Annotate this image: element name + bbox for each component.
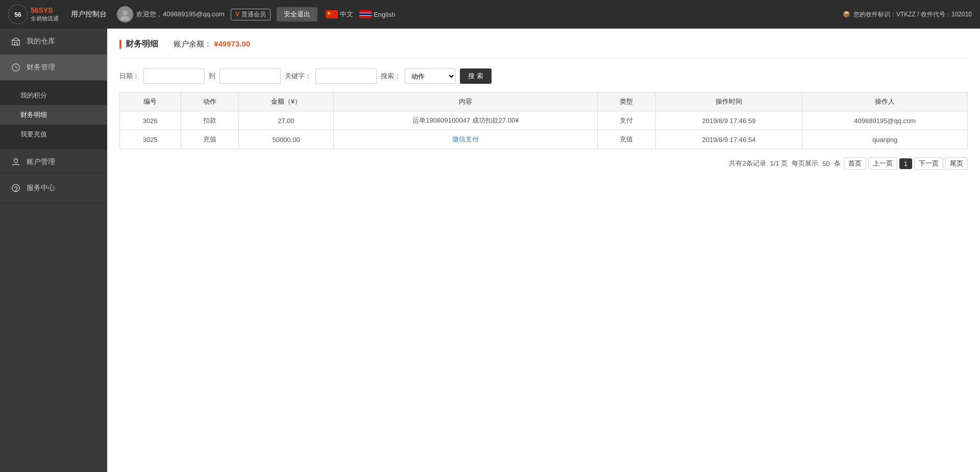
date-separator: 到: [209, 72, 215, 81]
col-id: 编号: [120, 92, 181, 111]
sidebar: 我的仓库 财务管理 我的积分 财务明细 我要充值: [0, 29, 107, 472]
cell-time: 2019/8/9 17:46:54: [655, 130, 802, 149]
prev-page-button[interactable]: 上一页: [868, 157, 897, 170]
balance-value: ¥49973.00: [214, 39, 250, 48]
date-label: 日期：: [119, 72, 139, 81]
svg-text:56: 56: [14, 11, 21, 18]
page-indicator: 1/1 页: [770, 159, 788, 168]
svg-point-9: [15, 191, 16, 191]
total-records: 共有2条记录: [729, 159, 766, 168]
table-row: 3025充值50000.00微信支付充值2019/8/9 17:46:54qua…: [120, 130, 968, 149]
avatar: [117, 6, 133, 22]
current-page-button[interactable]: 1: [899, 158, 912, 169]
sidebar-label-service: 服务中心: [27, 183, 55, 193]
sidebar-item-account[interactable]: 账户管理: [0, 149, 107, 175]
col-type: 类型: [598, 92, 655, 111]
search-type-select[interactable]: 动作 内容 类型 操作人: [405, 68, 456, 84]
welcome-text: 欢迎您，409889195@qq.com: [136, 10, 225, 19]
svg-point-2: [122, 10, 128, 16]
col-amount: 金额（¥）: [238, 92, 334, 111]
cell-amount: 50000.00: [238, 130, 334, 149]
cell-operator: quanjing: [802, 130, 968, 149]
service-icon: [10, 182, 21, 194]
language-area: 中文 English: [326, 10, 402, 19]
top-navigation: 56 56SYS 全易物流通 用户控制台 欢迎您，409889195@qq.co…: [0, 0, 980, 29]
col-content: 内容: [334, 92, 598, 111]
logo-subtext: 全易物流通: [31, 15, 59, 22]
page-header: 财务明细 账户余额： ¥49973.00: [119, 39, 968, 58]
first-page-button[interactable]: 首页: [844, 157, 866, 170]
per-page-label: 每页展示: [792, 159, 818, 168]
logo-area: 56 56SYS 全易物流通: [8, 5, 59, 24]
table-header-row: 编号 动作 金额（¥） 内容 类型 操作时间 操作人: [120, 92, 968, 111]
sidebar-item-warehouse[interactable]: 我的仓库: [0, 29, 107, 55]
cell-content[interactable]: 微信支付: [334, 130, 598, 149]
main-content: 财务明细 账户余额： ¥49973.00 日期： 到 关键字： 搜索： 动作 内…: [107, 29, 980, 472]
sidebar-item-finance[interactable]: 财务管理: [0, 55, 107, 81]
keyword-input[interactable]: [315, 68, 377, 84]
user-control-label: 用户控制台: [71, 10, 107, 19]
finance-icon: [10, 62, 21, 73]
col-time: 操作时间: [655, 92, 802, 111]
col-action: 动作: [181, 92, 238, 111]
search-bar: 日期： 到 关键字： 搜索： 动作 内容 类型 操作人 搜 索: [119, 68, 968, 84]
flag-th-icon: [359, 10, 372, 18]
logo-icon: 56: [8, 5, 28, 24]
col-operator: 操作人: [802, 92, 968, 111]
cell-action: 扣款: [181, 111, 238, 130]
balance-info: 账户余额： ¥49973.00: [174, 39, 250, 49]
sidebar-label-account: 账户管理: [27, 157, 55, 167]
cell-id: 3026: [120, 111, 181, 130]
finance-table: 编号 动作 金额（¥） 内容 类型 操作时间 操作人 3026扣款27.00运单…: [119, 92, 968, 149]
sidebar-label-finance: 财务管理: [27, 63, 55, 72]
cell-action: 充值: [181, 130, 238, 149]
svg-rect-4: [12, 40, 19, 45]
sidebar-sub-recharge[interactable]: 我要充值: [0, 125, 107, 144]
svg-point-7: [14, 159, 17, 162]
balance-label: 账户余额：: [174, 39, 212, 48]
sidebar-sub-points[interactable]: 我的积分: [0, 86, 107, 105]
sidebar-sub-finance: 我的积分 财务明细 我要充值: [0, 81, 107, 149]
layout: 我的仓库 财务管理 我的积分 财务明细 我要充值: [0, 0, 980, 472]
search-type-label: 搜索：: [381, 72, 401, 81]
date-end-input[interactable]: [219, 68, 281, 84]
sidebar-label-warehouse: 我的仓库: [27, 37, 55, 46]
search-button[interactable]: 搜 索: [460, 68, 492, 84]
last-page-button[interactable]: 尾页: [945, 157, 968, 170]
pagination-bar: 共有2条记录 1/1 页 每页展示 50 条 首页 上一页 1 下一页 尾页: [119, 157, 968, 170]
lang-zh-item[interactable]: 中文: [326, 10, 353, 19]
cell-amount: 27.00: [238, 111, 334, 130]
member-badge: V 普通会员: [231, 9, 271, 20]
account-icon: [10, 156, 21, 168]
keyword-label: 关键字：: [285, 72, 311, 81]
per-page-value: 50: [822, 160, 829, 168]
logout-button[interactable]: 安全退出: [277, 7, 317, 21]
table-row: 3026扣款27.00运单190809100047 成功扣款27.00¥支付20…: [120, 111, 968, 130]
logo-text: 56SYS: [31, 6, 59, 15]
sidebar-sub-finance-detail[interactable]: 财务明细: [0, 105, 107, 125]
lang-en-item[interactable]: English: [359, 10, 396, 18]
cell-id: 3025: [120, 130, 181, 149]
receiver-info: 📦 您的收件标识：VTKZZ / 收件代号：102010: [843, 10, 972, 19]
next-page-button[interactable]: 下一页: [914, 157, 943, 170]
cell-time: 2019/8/9 17:46:59: [655, 111, 802, 130]
date-start-input[interactable]: [143, 68, 205, 84]
svg-rect-5: [14, 42, 17, 45]
page-title: 财务明细: [126, 39, 158, 50]
svg-point-3: [120, 16, 130, 20]
cell-operator: 409889195@qq.com: [802, 111, 968, 130]
per-page-unit: 条: [834, 159, 841, 168]
sidebar-item-service[interactable]: 服务中心: [0, 175, 107, 201]
warehouse-icon: [10, 36, 21, 47]
cell-type: 支付: [598, 111, 655, 130]
page-title-bar: 财务明细: [119, 39, 158, 50]
cell-content: 运单190809100047 成功扣款27.00¥: [334, 111, 598, 130]
receiver-icon: 📦: [843, 11, 850, 18]
nav-user-info: 欢迎您，409889195@qq.com: [117, 6, 225, 22]
cell-type: 充值: [598, 130, 655, 149]
flag-cn-icon: [326, 10, 338, 18]
